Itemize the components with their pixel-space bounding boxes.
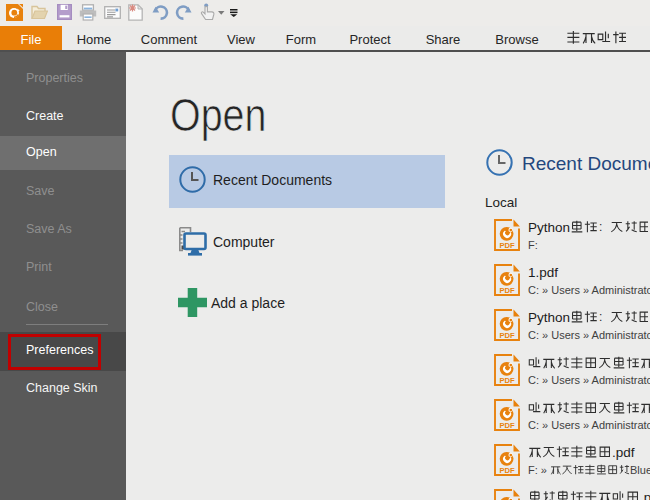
svg-text::: :	[599, 220, 602, 234]
svg-text::: :	[599, 310, 602, 324]
